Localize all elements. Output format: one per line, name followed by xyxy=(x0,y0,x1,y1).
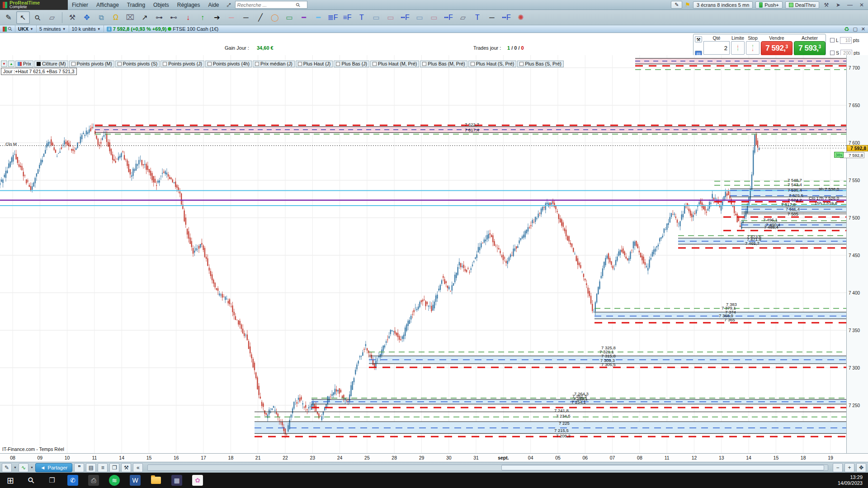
fit-screen-icon[interactable]: ✥ xyxy=(856,463,866,472)
horizontal-line-tool-icon[interactable]: ─ xyxy=(239,11,253,24)
workspace-button[interactable]: 3 écrans 8 indices 5 mn xyxy=(693,1,753,9)
limit-order-button[interactable]: ↓↑ xyxy=(731,41,745,55)
symbol-selector[interactable]: UKX▼ xyxy=(15,25,37,33)
trend-arrow-tool-icon[interactable]: ↗ xyxy=(138,11,151,24)
dashed-fib-tool-icon[interactable]: ┅F xyxy=(398,11,412,24)
trendline-tool-icon[interactable]: ╱ xyxy=(254,11,267,24)
sell-arrow-tool-icon[interactable]: ↓ xyxy=(181,11,195,24)
blue-segment-tool-icon[interactable]: ━ xyxy=(311,11,325,24)
search-box[interactable]: ⚲ xyxy=(235,1,307,9)
legend-chip-prix[interactable]: Prix xyxy=(15,61,33,67)
chained-link-tool-icon[interactable]: ⊷ xyxy=(167,11,180,24)
task-view-button[interactable]: ❐ xyxy=(42,473,62,488)
checkbox-icon[interactable] xyxy=(471,62,475,66)
checkbox-icon[interactable] xyxy=(255,62,259,66)
line2-tool-icon[interactable]: ─ xyxy=(485,11,499,24)
market-depth-icon[interactable]: ≡ xyxy=(98,463,108,472)
detach-chart-icon[interactable]: ❐ xyxy=(109,463,119,472)
menu-item-affichage[interactable]: Affichage xyxy=(92,0,123,10)
menu-item-réglages[interactable]: Réglages xyxy=(173,0,204,10)
horizontal-scrollbar[interactable] xyxy=(147,465,828,471)
link-tool-icon[interactable]: ⊶ xyxy=(152,11,166,24)
menu-item-aide[interactable]: Aide xyxy=(204,0,223,10)
legend-chip-points-pivots-j-[interactable]: Points pivots (J) xyxy=(160,61,204,67)
rect-zone2-tool-icon[interactable]: ▭ xyxy=(384,11,397,24)
purple-segment-tool-icon[interactable]: ━ xyxy=(297,11,311,24)
quantity-input[interactable] xyxy=(703,41,730,55)
rect-zone3-tool-icon[interactable]: ▭ xyxy=(413,11,426,24)
wheel-tool-icon[interactable]: ✺ xyxy=(514,11,528,24)
rect-zone4-tool-icon[interactable]: ▭ xyxy=(427,11,441,24)
legend-chip-plus-bas-s-pr-[interactable]: Plus Bas (S, Pré) xyxy=(517,61,564,67)
price-axis[interactable]: 7 592,8 7 7007 6507 6007 5507 5007 4507 … xyxy=(846,55,868,453)
dashed-fib3-tool-icon[interactable]: ┅F xyxy=(500,11,513,24)
sell-button[interactable]: 7 592,3 xyxy=(761,41,793,56)
flag-icon[interactable]: ⚑ xyxy=(685,1,690,8)
zoom-in-icon[interactable]: + xyxy=(844,463,854,472)
scrollbar-thumb[interactable] xyxy=(501,465,824,470)
menu-item-objets[interactable]: Objets xyxy=(149,0,173,10)
close-chart-button[interactable]: ✕ xyxy=(861,26,865,32)
chart-style-icon[interactable] xyxy=(3,27,7,32)
legend-chip-plus-bas-j-[interactable]: Plus Bas (J) xyxy=(334,61,369,67)
checkbox-icon[interactable] xyxy=(373,62,377,66)
minimize-button[interactable]: — xyxy=(845,2,854,8)
checkbox-icon[interactable] xyxy=(71,62,75,66)
checkbox-icon[interactable] xyxy=(163,62,167,66)
close-line-icon[interactable] xyxy=(37,62,41,66)
push-button[interactable]: Push+ xyxy=(755,1,783,9)
start-button[interactable]: ⊞ xyxy=(0,473,21,488)
alarm-tool-icon[interactable]: Ω xyxy=(109,11,123,24)
settings-tools-icon[interactable]: ⚒ xyxy=(66,11,79,24)
buy-marker-toggle[interactable]: ▲ xyxy=(8,61,14,67)
units-selector[interactable]: 10 k unités▼ xyxy=(69,25,104,33)
app-explorer-icon[interactable] xyxy=(146,473,166,488)
parallel-line-tool-icon[interactable]: ─ xyxy=(225,11,238,24)
news-icon[interactable]: ▤ xyxy=(86,463,96,472)
order-settings-button[interactable]: ⚒ xyxy=(695,36,702,42)
checkbox-icon[interactable] xyxy=(208,62,212,66)
chart-settings-icon[interactable]: ⚒ xyxy=(121,463,131,472)
chart-area[interactable]: 7 622,77 617,47 548,77 543,47 536,47 529… xyxy=(0,55,846,453)
legend-chip-cl-ture-m-[interactable]: Clôture (M) xyxy=(34,61,68,67)
dashed-fib2-tool-icon[interactable]: ┅F xyxy=(442,11,455,24)
annotate-button[interactable]: ✎ xyxy=(671,1,682,9)
zoom-tool-icon[interactable]: ⚲ xyxy=(28,8,47,27)
chart-window-header[interactable]: ⚲ UKX▼ 5 minutes▼ 10 k unités▼ i 7 592,8… xyxy=(0,25,868,33)
buy-button[interactable]: 7 593,3 xyxy=(794,41,826,56)
app-printer-icon[interactable]: ⎙ xyxy=(83,473,104,488)
legend-chip-prix-m-dian-j-[interactable]: Prix médian (J) xyxy=(253,61,295,67)
app-chrome-icon[interactable] xyxy=(208,473,229,488)
app-phone-icon[interactable]: ✆ xyxy=(62,473,83,488)
buy-arrow-tool-icon[interactable]: ↑ xyxy=(196,11,209,24)
legend-chip-points-pivots-m-[interactable]: Points pivots (M) xyxy=(69,61,114,67)
app-calculator-icon[interactable]: ▦ xyxy=(166,473,187,488)
taskbar-clock[interactable]: 13:29 14/09/2023 xyxy=(838,474,868,486)
maximize-chart-button[interactable]: ▢ xyxy=(853,26,857,32)
search-input[interactable] xyxy=(237,2,296,8)
checkbox-icon[interactable] xyxy=(118,62,122,66)
info-icon[interactable]: i xyxy=(107,27,112,32)
legend-chip-points-pivots-4h-[interactable]: Points pivots (4h) xyxy=(205,61,252,67)
ruler-tool-icon[interactable]: ▱ xyxy=(45,11,59,24)
checkbox-icon[interactable] xyxy=(519,62,524,66)
checkbox-icon[interactable] xyxy=(422,62,426,66)
legend-chip-points-pivots-s-[interactable]: Points pivots (S) xyxy=(115,61,160,67)
limit-pts-input[interactable] xyxy=(840,37,852,44)
draw-mode-button[interactable]: ✎ xyxy=(2,463,12,472)
time-axis[interactable]: 080910111415161718212223242528293031sept… xyxy=(0,453,868,462)
chat-icon[interactable]: ❞ xyxy=(74,463,84,472)
ellipse-tool-icon[interactable]: ◯ xyxy=(268,11,282,24)
duplicate-tool-icon[interactable]: ⧉ xyxy=(94,11,108,24)
legend-chip-plus-haut-s-pr-[interactable]: Plus Haut (S, Pré) xyxy=(468,61,517,67)
chart-type-button[interactable]: ∿ xyxy=(19,463,28,472)
fibonacci-levels-tool-icon[interactable]: ≡F xyxy=(340,11,354,24)
limit-checkbox[interactable] xyxy=(830,38,835,42)
legend-chip-plus-bas-m-pr-[interactable]: Plus Bas (M, Pré) xyxy=(420,61,467,67)
checkbox-icon[interactable] xyxy=(298,62,302,66)
search-button[interactable]: ⚲ xyxy=(21,473,42,488)
text-tool-icon[interactable]: T xyxy=(355,11,368,24)
fibonacci-tool-icon[interactable]: ≣F xyxy=(326,11,340,24)
delete-tool-icon[interactable]: ⌧ xyxy=(123,11,137,24)
share-button[interactable]: ◄Partager xyxy=(35,463,73,472)
